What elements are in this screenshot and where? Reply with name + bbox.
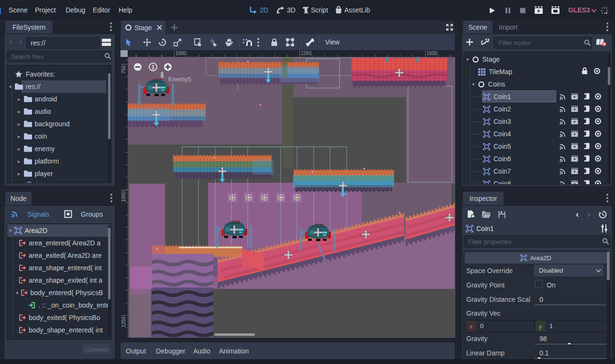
svg-text:1: 1 [152, 64, 155, 71]
svg-text:Enemy5: Enemy5 [168, 76, 191, 83]
